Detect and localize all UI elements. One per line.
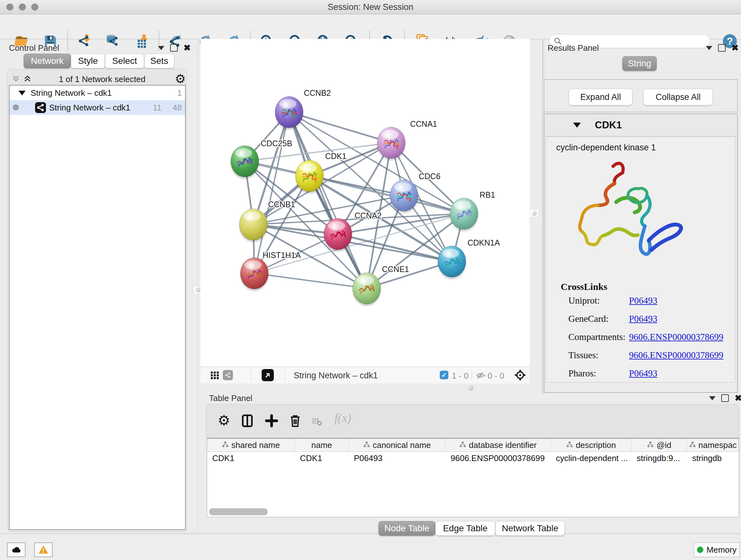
clear-table-icon	[312, 416, 322, 428]
warning-icon	[38, 544, 49, 555]
node-CCNA2[interactable]	[324, 219, 352, 251]
collapse-all-button[interactable]: Collapse All	[643, 89, 713, 105]
network-overview-icon[interactable]	[223, 370, 233, 380]
crosslink-row: Compartments:9606.ENSP00000378699	[568, 332, 728, 342]
import-network-database-icon[interactable]	[105, 34, 120, 49]
panel-menu-icon[interactable]	[706, 46, 712, 50]
panel-float-icon[interactable]	[721, 394, 729, 402]
node-CDKN1A[interactable]	[438, 246, 466, 279]
tree-expand-icon[interactable]	[18, 91, 25, 96]
panel-close-icon[interactable]: ✖	[735, 395, 741, 401]
column-type-icon	[689, 440, 696, 450]
tab-network[interactable]: Network	[23, 54, 71, 68]
table-cell: cyclin-dependent ...	[551, 452, 631, 464]
gene-symbol: CDK1	[595, 119, 622, 131]
horizontal-splitter-handle[interactable]	[468, 386, 474, 391]
column-type-icon	[647, 440, 654, 450]
panel-menu-icon[interactable]	[158, 46, 164, 50]
birds-eye-toggle-icon[interactable]	[262, 369, 274, 381]
column-header-shared-name[interactable]: shared name	[207, 439, 295, 451]
splitter-handle[interactable]	[530, 209, 539, 217]
tab-network-table[interactable]: Network Table	[495, 521, 565, 536]
crosslink-value-link[interactable]: 9606.ENSP00000378699	[629, 350, 724, 361]
titlebar: Session: New Session	[0, 0, 741, 14]
table-toolbar: ⚙ f(x)	[206, 404, 739, 437]
netbar-divider	[251, 369, 251, 381]
expand-all-button[interactable]: Expand All	[569, 89, 632, 105]
show-columns-icon[interactable]	[240, 414, 255, 429]
results-panel-controls: ✖	[706, 44, 739, 52]
node-label-CCNE1: CCNE1	[382, 265, 409, 273]
panel-close-icon[interactable]: ✖	[184, 45, 191, 51]
crosslink-value-link[interactable]: P06493	[629, 314, 657, 324]
collapse-all-icon[interactable]	[11, 74, 20, 83]
add-column-icon[interactable]	[264, 414, 279, 429]
node-CDC6[interactable]	[390, 180, 418, 212]
edge-CCNB2-CCNA1	[289, 112, 391, 143]
table-row[interactable]: CDK1CDK1P064939606.ENSP00000378699cyclin…	[207, 452, 739, 464]
table-gear-icon[interactable]: ⚙	[218, 413, 230, 428]
network-canvas[interactable]: CCNB2CCNA1CDC25BCDK1CDC6RB1CCNB1CCNA2CDK…	[200, 39, 530, 367]
node-label-CDC25B: CDC25B	[261, 139, 292, 148]
network-label: String Network – cdk1	[49, 103, 130, 113]
crosslink-value-link[interactable]: P06493	[629, 368, 657, 379]
crosshair-icon[interactable]	[514, 369, 527, 383]
hidden-eye-icon[interactable]	[475, 370, 486, 382]
tab-string[interactable]: String	[622, 56, 657, 71]
panel-menu-icon[interactable]	[709, 396, 716, 400]
tab-edge-table[interactable]: Edge Table	[435, 521, 495, 536]
gene-description: cyclin-dependent kinase 1	[556, 143, 656, 152]
node-CDK1[interactable]	[295, 160, 324, 193]
table-cell: CDK1	[207, 452, 295, 464]
node-CCNA1[interactable]	[377, 127, 405, 160]
delete-column-icon[interactable]	[288, 413, 302, 429]
memory-button[interactable]: Memory	[694, 543, 740, 557]
panel-float-icon[interactable]	[170, 44, 178, 52]
node-HIST1H1A[interactable]	[240, 258, 268, 291]
import-network-file-icon[interactable]	[76, 34, 91, 49]
column-type-icon	[363, 440, 370, 450]
column-header-name[interactable]: name	[295, 439, 349, 451]
horizontal-scrollbar[interactable]	[209, 508, 268, 515]
column-header-description[interactable]: description	[551, 439, 631, 451]
tab-style[interactable]: Style	[71, 54, 105, 68]
crosslink-label: Compartments:	[568, 332, 629, 342]
network-collection-row[interactable]: String Network – cdk1 1	[10, 85, 185, 100]
import-table-icon[interactable]	[134, 34, 149, 49]
node-label-CCNA1: CCNA1	[410, 119, 437, 128]
crosslink-row: GeneCard:P06493	[568, 314, 728, 324]
cloud-button[interactable]	[7, 543, 25, 557]
node-CDC25B[interactable]	[231, 145, 259, 179]
edge-CCNB2-CCNE1	[289, 112, 367, 288]
node-CCNB1[interactable]	[239, 209, 267, 242]
tab-select[interactable]: Select	[105, 54, 144, 68]
selected-count: 1 - 0	[452, 371, 468, 381]
expand-all-icon[interactable]	[23, 74, 32, 83]
panel-float-icon[interactable]	[718, 44, 726, 52]
memory-label: Memory	[706, 545, 737, 555]
column-header--id[interactable]: @id	[631, 439, 687, 451]
table-cell: stringdb:9...	[631, 452, 687, 464]
column-header-namespac[interactable]: namespac	[687, 439, 739, 451]
tab-sets[interactable]: Sets	[144, 54, 174, 68]
crosslink-value-link[interactable]: 9606.ENSP00000378699	[629, 332, 724, 342]
node-label-CCNA2: CCNA2	[354, 211, 382, 220]
node-CCNE1[interactable]	[353, 273, 381, 306]
node-table[interactable]: shared namenamecanonical namedatabase id…	[207, 438, 739, 517]
memory-status-icon	[697, 547, 703, 553]
grid-view-icon[interactable]	[210, 370, 219, 381]
column-header-canonical-name[interactable]: canonical name	[349, 439, 446, 451]
gene-header[interactable]: CDK1	[545, 115, 737, 136]
gene-collapse-icon[interactable]	[573, 123, 581, 128]
vertical-splitter-right[interactable]	[542, 39, 543, 393]
panel-close-icon[interactable]: ✖	[731, 45, 739, 51]
gear-icon[interactable]: ⚙	[175, 72, 186, 86]
column-header-database-identifier[interactable]: database identifier	[446, 439, 551, 451]
tab-node-table[interactable]: Node Table	[379, 521, 435, 536]
selected-nodes-checkbox[interactable]: ✓	[440, 371, 448, 379]
warning-button[interactable]	[34, 543, 53, 557]
node-RB1[interactable]	[450, 198, 478, 231]
node-CCNB2[interactable]	[275, 97, 303, 129]
network-row-selected[interactable]: String Network – cdk1 11 48	[10, 100, 185, 115]
crosslink-value-link[interactable]: P06493	[629, 295, 657, 306]
